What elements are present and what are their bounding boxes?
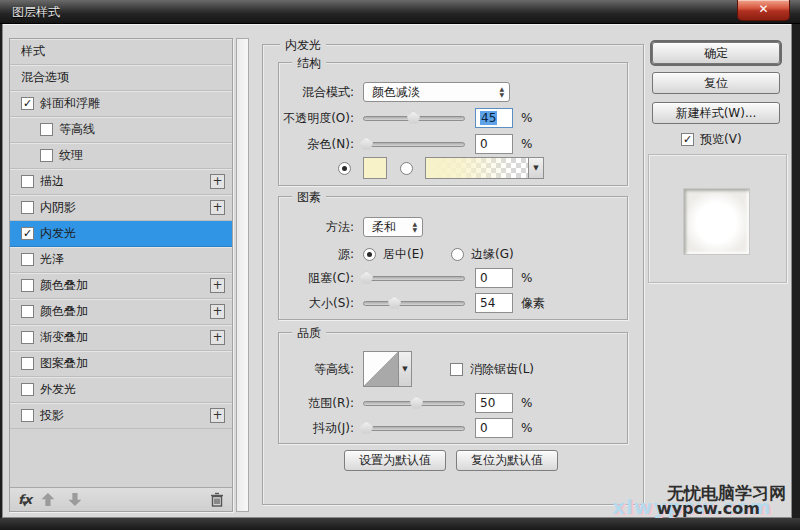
checkbox-unchecked[interactable] [21, 279, 34, 292]
title-bar[interactable]: 图层样式 [0, 0, 800, 24]
reset-default-button[interactable]: 复位为默认值 [456, 450, 558, 471]
sidebar-item-inner-glow-selected[interactable]: ✓ 内发光 [10, 221, 232, 247]
checkbox-unchecked[interactable] [40, 149, 53, 162]
sidebar-item-color-overlay[interactable]: 颜色叠加 + [10, 273, 232, 299]
contour-row: 等高线: ▼ 消除锯齿(L) [266, 350, 626, 388]
source-center-radio[interactable] [363, 248, 376, 261]
range-input[interactable]: 50 [475, 393, 513, 413]
contour-dropdown-icon[interactable]: ▼ [399, 351, 412, 387]
sidebar-item-drop-shadow[interactable]: 投影 + [10, 403, 232, 429]
opacity-slider[interactable] [363, 116, 465, 121]
reset-button[interactable]: 复位 [652, 72, 780, 94]
elements-group-title: 图素 [292, 189, 326, 206]
sidebar-item-color-overlay-2[interactable]: 颜色叠加 + [10, 299, 232, 325]
plus-icon[interactable]: + [210, 304, 225, 319]
source-edge-radio[interactable] [451, 248, 464, 261]
jitter-slider-thumb[interactable] [360, 422, 373, 434]
spinner-icon: ▲▼ [499, 86, 504, 98]
checkbox-unchecked[interactable] [21, 409, 34, 422]
size-slider[interactable] [363, 301, 465, 306]
size-input[interactable]: 54 [475, 293, 513, 313]
move-down-icon[interactable] [68, 493, 81, 506]
opacity-slider-thumb[interactable] [407, 112, 420, 124]
sidebar-item-styles[interactable]: 样式 [10, 39, 232, 65]
checkbox-checked[interactable]: ✓ [21, 97, 34, 110]
checkbox-unchecked[interactable] [21, 175, 34, 188]
checkbox-unchecked[interactable] [21, 253, 34, 266]
sidebar-item-texture[interactable]: 纹理 [10, 143, 232, 169]
antialias-checkbox[interactable] [450, 363, 463, 376]
choke-slider-thumb[interactable] [360, 272, 373, 284]
sidebar-item-blending-options[interactable]: 混合选项 [10, 65, 232, 91]
blend-mode-row: 混合模式: 颜色减淡 ▲▼ [266, 81, 626, 103]
plus-icon[interactable]: + [210, 408, 225, 423]
make-default-button[interactable]: 设置为默认值 [344, 450, 446, 471]
noise-row: 杂色(N): 0 % [266, 133, 626, 155]
sidebar-item-outer-glow[interactable]: 外发光 [10, 377, 232, 403]
checkbox-checked[interactable]: ✓ [681, 133, 694, 146]
sidebar-item-inner-shadow[interactable]: 内阴影 + [10, 195, 232, 221]
ok-button[interactable]: 确定 [652, 42, 780, 64]
range-row: 范围(R): 50 % [266, 392, 626, 414]
size-slider-thumb[interactable] [388, 297, 401, 309]
move-up-icon[interactable] [41, 493, 54, 506]
choke-unit: % [521, 271, 532, 285]
sidebar-item-bevel-emboss[interactable]: ✓ 斜面和浮雕 [10, 91, 232, 117]
checkbox-checked[interactable]: ✓ [21, 227, 34, 240]
preview-toggle[interactable]: ✓ 预览(V) [681, 131, 742, 148]
noise-input[interactable]: 0 [475, 134, 513, 154]
technique-value: 柔和 [372, 219, 396, 236]
checkbox-unchecked[interactable] [21, 357, 34, 370]
structure-group-title: 结构 [292, 55, 326, 72]
choke-slider[interactable] [363, 276, 465, 281]
technique-row: 方法: 柔和 ▲▼ [266, 216, 626, 238]
glow-gradient-bar[interactable] [425, 157, 529, 179]
new-style-button[interactable]: 新建样式(W)... [652, 102, 780, 124]
spinner-icon: ▲▼ [412, 221, 417, 233]
technique-label: 方法: [266, 219, 354, 236]
sidebar-item-pattern-overlay[interactable]: 图案叠加 [10, 351, 232, 377]
fx-menu-button[interactable]: fx ▼ [18, 492, 27, 508]
plus-icon[interactable]: + [210, 330, 225, 345]
checkbox-unchecked[interactable] [40, 123, 53, 136]
opacity-input[interactable]: 45 [475, 108, 513, 128]
noise-slider[interactable] [363, 142, 465, 147]
style-list-toolbar: fx ▼ [10, 487, 232, 511]
glow-fill-row: ▼ [266, 157, 626, 179]
jitter-input[interactable]: 0 [475, 418, 513, 438]
plus-icon[interactable]: + [210, 200, 225, 215]
opacity-row: 不透明度(O): 45 % [266, 107, 626, 129]
checkbox-unchecked[interactable] [21, 383, 34, 396]
sidebar-item-stroke[interactable]: 描边 + [10, 169, 232, 195]
contour-picker[interactable] [363, 351, 399, 387]
close-button[interactable]: ✕ [737, 0, 790, 21]
blend-mode-select[interactable]: 颜色减淡 ▲▼ [363, 82, 510, 102]
size-label: 大小(S): [266, 295, 354, 312]
sidebar-scrollbar[interactable] [236, 38, 249, 512]
checkbox-unchecked[interactable] [21, 331, 34, 344]
plus-icon[interactable]: + [210, 278, 225, 293]
plus-icon[interactable]: + [210, 174, 225, 189]
contour-label: 等高线: [266, 361, 354, 378]
checkbox-unchecked[interactable] [21, 201, 34, 214]
sidebar-item-satin[interactable]: 光泽 [10, 247, 232, 273]
preview-label: 预览(V) [700, 131, 742, 148]
fx-caret-icon: ▼ [22, 500, 27, 508]
gradient-dropdown-icon[interactable]: ▼ [529, 157, 544, 179]
delete-effect-button[interactable] [210, 492, 224, 507]
jitter-slider[interactable] [363, 426, 465, 431]
checkbox-unchecked[interactable] [21, 305, 34, 318]
sidebar-item-contour[interactable]: 等高线 [10, 117, 232, 143]
color-fill-radio[interactable] [338, 162, 351, 175]
technique-select[interactable]: 柔和 ▲▼ [363, 217, 423, 237]
noise-label: 杂色(N): [266, 136, 354, 153]
choke-input[interactable]: 0 [475, 268, 513, 288]
window-bottom-edge [0, 518, 800, 530]
sidebar-item-gradient-overlay[interactable]: 渐变叠加 + [10, 325, 232, 351]
range-slider-thumb[interactable] [410, 397, 423, 409]
range-slider[interactable] [363, 401, 465, 406]
gradient-fill-radio[interactable] [400, 162, 413, 175]
noise-slider-thumb[interactable] [360, 138, 373, 150]
glow-color-swatch[interactable] [363, 157, 387, 179]
source-label: 源: [266, 246, 354, 263]
